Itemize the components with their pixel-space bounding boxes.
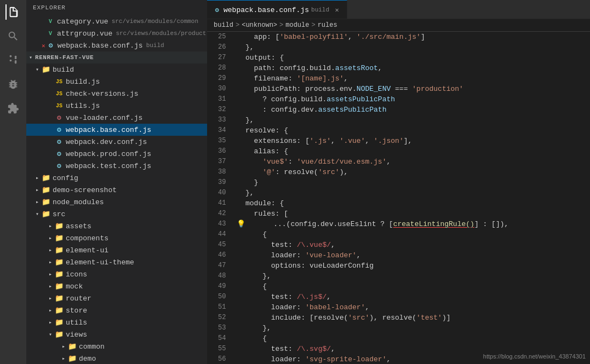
sidebar-item-label: build.js	[66, 78, 100, 86]
sidebar-item-check-versions[interactable]: JS check-versions.js	[26, 88, 207, 100]
sidebar-item-build-js[interactable]: JS build.js	[26, 76, 207, 88]
sidebar-item-label: element-ui	[66, 246, 108, 255]
token: ? config.build.	[237, 94, 326, 105]
sidebar-item-utils-js[interactable]: JS utils.js	[26, 100, 207, 112]
folder-icon: 📁	[68, 354, 77, 363]
arrow-right-icon: ▸	[46, 306, 55, 315]
sidebar-item-components[interactable]: ▸ 📁 components	[26, 232, 207, 244]
sidebar-item-label: icons	[66, 270, 87, 279]
code-area[interactable]: app: ['babel-polyfill', './src/main.js']…	[232, 32, 590, 364]
sidebar-item-webpack-prod-conf[interactable]: ⚙ webpack.prod.conf.js	[26, 148, 207, 160]
line-number: 33	[218, 115, 226, 125]
arrow-right-icon: ▸	[46, 258, 55, 267]
sidebar-item-router[interactable]: ▸ 📁 router	[26, 292, 207, 304]
line-number: 51	[218, 302, 226, 313]
token: },	[237, 323, 271, 333]
sidebar-item-common[interactable]: ▸ 📁 common	[26, 340, 207, 353]
sidebar-item-vue-loader-conf[interactable]: ⚙ vue-loader.conf.js	[26, 112, 207, 124]
tab-close-button[interactable]: ✕	[333, 5, 341, 14]
activity-bar	[0, 0, 26, 364]
sidebar-item-build-folder[interactable]: ▾ 📁 build	[26, 63, 207, 76]
token: 'test'	[416, 313, 442, 323]
extensions-icon[interactable]	[5, 101, 21, 116]
sidebar-item-mock[interactable]: ▸ 📁 mock	[26, 280, 207, 292]
webpack-file-icon: ⚙	[55, 125, 64, 134]
sidebar-item-label: category.vue	[57, 18, 108, 26]
line-number: 32	[218, 105, 226, 115]
token: app: [	[237, 32, 279, 42]
token: ] : []),	[474, 219, 508, 229]
arrow-down-icon: ▾	[33, 210, 42, 218]
code-line: {	[237, 281, 590, 292]
sidebar-item-webpack-base-tab[interactable]: ✕ ⚙ webpack.base.conf.js build	[26, 39, 207, 51]
spacer	[46, 161, 55, 170]
token: ), resolve(	[369, 313, 416, 323]
breadcrumb: build > <unknown> > module > rules	[207, 19, 590, 32]
webpack-file-icon: ⚙	[55, 161, 64, 170]
folder-icon: 📁	[42, 174, 50, 182]
token: 'production'	[412, 84, 463, 94]
tab-webpack-base[interactable]: ⚙ webpack.base.conf.js build ✕	[207, 0, 347, 19]
close-icon[interactable]: ✕	[42, 42, 45, 49]
line-number: 40	[218, 188, 226, 198]
sidebar-item-label: demo	[79, 355, 96, 363]
folder-icon: 📁	[55, 258, 64, 267]
debug-icon[interactable]	[5, 77, 21, 92]
token: {	[237, 333, 267, 344]
spacer	[46, 113, 55, 122]
sidebar-item-demo[interactable]: ▸ 📁 demo	[26, 353, 207, 364]
file-tree[interactable]: V category.vue src/views/modules/common …	[26, 15, 207, 364]
token: ,	[386, 354, 391, 364]
spacer	[46, 101, 55, 110]
sidebar-item-label: attrgroup.vue	[57, 30, 112, 38]
sidebar-item-webpack-dev-conf[interactable]: ⚙ webpack.dev.conf.js	[26, 136, 207, 148]
code-line: },	[237, 115, 590, 125]
sidebar-item-icons[interactable]: ▸ 📁 icons	[26, 268, 207, 280]
code-line: loader: 'babel-loader',	[237, 302, 590, 313]
tab-suffix: build	[311, 7, 329, 13]
js-file-icon: JS	[55, 77, 64, 86]
token: },	[237, 42, 254, 53]
sidebar-item-src[interactable]: ▾ 📁 src	[26, 208, 207, 220]
folder-icon: 📁	[55, 306, 64, 315]
spacer	[46, 137, 55, 146]
editor-content[interactable]: 2526272829303132333435363738394041424344…	[207, 32, 590, 364]
arrow-right-icon: ▸	[59, 342, 68, 351]
sidebar-item-element-ui-theme[interactable]: ▸ 📁 element-ui-theme	[26, 256, 207, 268]
token: test:	[237, 292, 296, 302]
line-number: 49	[218, 281, 226, 292]
code-line: : config.dev.assetsPublicPath	[237, 105, 590, 115]
line-number: 29	[218, 73, 226, 84]
sidebar-item-attrgroup-vue[interactable]: V attrgroup.vue src/views/modules/produc…	[26, 27, 207, 39]
sidebar-item-label: demo-screenshot	[53, 186, 117, 194]
sidebar-item-node-modules[interactable]: ▸ 📁 node_modules	[26, 196, 207, 208]
sidebar-item-store[interactable]: ▸ 📁 store	[26, 304, 207, 316]
spacer	[46, 149, 55, 158]
code-line: },	[237, 271, 590, 281]
arrow-right-icon: ▸	[46, 294, 55, 303]
token: assetsRoot	[335, 63, 378, 73]
sidebar-item-utils[interactable]: ▸ 📁 utils	[26, 316, 207, 328]
folder-icon: 📁	[42, 186, 50, 194]
folder-icon: 📁	[68, 342, 77, 351]
sidebar-item-demo-screenshot[interactable]: ▸ 📁 demo-screenshot	[26, 184, 207, 196]
token	[237, 157, 262, 167]
sidebar-item-label: webpack.base.conf.js	[66, 126, 151, 134]
sidebar-item-config[interactable]: ▸ 📁 config	[26, 172, 207, 184]
sidebar-item-category-vue[interactable]: V category.vue src/views/modules/common	[26, 15, 207, 27]
line-number: 31	[218, 94, 226, 105]
sidebar-item-webpack-base-conf[interactable]: ⚙ webpack.base.conf.js	[26, 124, 207, 136]
sidebar-item-element-ui[interactable]: ▸ 📁 element-ui	[26, 244, 207, 256]
sidebar-item-renren-root[interactable]: ▾ RENREN-FAST-VUE	[26, 51, 207, 63]
source-control-icon[interactable]	[5, 53, 21, 68]
code-line: module: {	[237, 198, 590, 209]
search-icon[interactable]	[5, 28, 21, 44]
token: ,	[343, 73, 348, 84]
sidebar-item-assets[interactable]: ▸ 📁 assets	[26, 220, 207, 232]
sidebar-item-label: webpack.base.conf.js	[58, 42, 143, 50]
token: 'babel-loader'	[305, 302, 365, 313]
breadcrumb-separator: >	[236, 21, 239, 29]
sidebar-item-webpack-test-conf[interactable]: ⚙ webpack.test.conf.js	[26, 160, 207, 172]
files-icon[interactable]	[5, 4, 21, 20]
sidebar-item-views[interactable]: ▾ 📁 views	[26, 328, 207, 340]
